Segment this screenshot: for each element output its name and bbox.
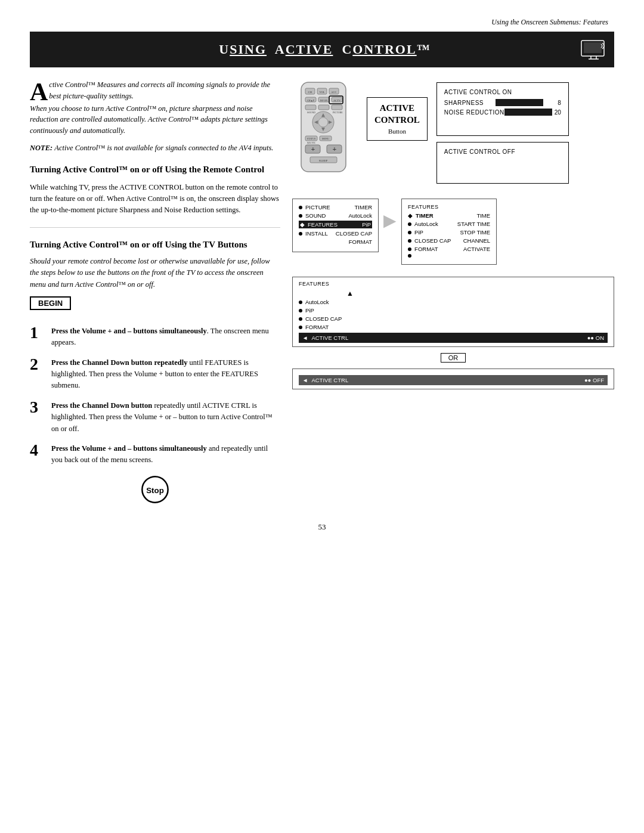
step-2-number: 2 [30, 356, 44, 373]
section1-heading: Turning Active Control™ on or off Using … [30, 163, 280, 176]
svg-text:ACTV: ACTV [333, 99, 341, 102]
features-right-stoptime: STOP TIME [455, 229, 490, 236]
steps-container: 1 Press the Volume + and – buttons simul… [30, 326, 280, 466]
features-right-channel: CHANNEL [459, 237, 490, 244]
step-2-text: Press the Channel Down button repeatedly… [51, 357, 280, 392]
step-3-text: Press the Channel Down button repeatedly… [51, 400, 280, 435]
up-arrow: ▲ [299, 289, 354, 298]
bullet-picture [299, 206, 302, 209]
features-item-extra [408, 254, 490, 258]
menu-label-picture: PICTURE [305, 204, 330, 210]
svg-text:PICTURE: PICTURE [333, 111, 343, 114]
arrow-left-on: ◄ [302, 335, 308, 341]
sub-label-format: FORMAT [305, 324, 329, 330]
or-divider: OR [292, 352, 614, 364]
step-1-number: 1 [30, 324, 44, 341]
step-3: 3 Press the Channel Down button repeated… [30, 400, 280, 435]
section2-heading: Turning Active Control™ on or off Using … [30, 239, 280, 251]
menu-label-features: FEATURES [308, 221, 338, 228]
features-submenu-off-box: ◄ ACTIVE CTRL ●● OFF [292, 368, 614, 389]
noise-label: NOISE REDUCTION [444, 109, 504, 116]
dots-on: ●● ON [587, 335, 604, 341]
section1-body: While watching TV, press the ACTIVE CONT… [30, 182, 280, 216]
menu-right-timer: TIMER [350, 204, 373, 210]
screen-off-status: ACTIVE CONTROL OFF [444, 148, 561, 155]
menu-label-install: INSTALL [305, 230, 328, 237]
svg-rect-1 [584, 42, 602, 53]
active-ctrl-on-bar: ◄ ACTIVE CTRL ●● ON [299, 333, 608, 343]
step-1: 1 Press the Volume + and – buttons simul… [30, 326, 280, 349]
diamond-features: ◆ [300, 221, 305, 228]
features-label-closedcap: CLOSED CAP [414, 237, 451, 244]
sub-bullet-format [299, 326, 302, 329]
features-label-autolock: AutoLock [414, 221, 438, 227]
features-item-autolock: AutoLock START TIME [408, 221, 490, 227]
svg-text:SOUND: SOUND [307, 111, 315, 114]
menu-diagram-section: PICTURE TIMER SOUND AutoLock ◆ FEATURES … [292, 199, 614, 265]
drop-cap-letter: A [30, 82, 48, 103]
active-ctrl-off-label: ACTIVE CTRL [311, 377, 348, 383]
menu-label-sound: SOUND [305, 212, 326, 219]
intro-section: A ctive Control™ Measures and corrects a… [30, 79, 280, 154]
sub-label-autolock: AutoLock [305, 299, 329, 305]
menu-right-pip: PiP [357, 221, 371, 228]
sub-autolock: AutoLock [299, 299, 608, 305]
svg-rect-21 [305, 105, 316, 110]
bullet-format [408, 247, 411, 251]
svg-text:PiP ON: PiP ON [320, 99, 327, 102]
up-arrow-indicator: ▲ [299, 289, 608, 298]
noise-value: 20 [555, 109, 561, 116]
sub-format: FORMAT [299, 324, 608, 330]
page-number: 53 [30, 522, 614, 532]
title-bar: USING ACTIVE CONTROL™ [30, 32, 614, 67]
bullet-install [299, 232, 302, 236]
active-btn-line3: Button [374, 127, 420, 135]
features-item-timer: ◆ TIMER TIME [408, 212, 490, 219]
bullet-closedcap [408, 239, 411, 243]
menu-item-format: FORMAT [299, 239, 372, 245]
step-3-number: 3 [30, 399, 44, 416]
page-container: Using the Onscreen Submenus: Features US… [0, 0, 644, 833]
active-control-btn-area: ACTIVE CONTROL Button [367, 97, 428, 141]
svg-text:+: + [311, 145, 315, 153]
features-item-format: FORMAT ACTIVATE [408, 246, 490, 252]
sharpness-bar [496, 99, 543, 106]
active-btn-line1: ACTIVE [380, 103, 414, 113]
step-4-number: 4 [30, 442, 44, 459]
sharpness-value: 8 [558, 100, 561, 106]
left-column: A ctive Control™ Measures and corrects a… [30, 79, 280, 504]
sub-label-pip: PiP [305, 307, 314, 314]
features-right-activate: ACTIVATE [459, 246, 490, 252]
svg-text:+: + [333, 145, 337, 153]
or-text: OR [441, 353, 466, 363]
arrow-left-off: ◄ [302, 377, 308, 383]
svg-text:STATUS: STATUS [307, 137, 315, 140]
menu-right-autolock: AutoLock [343, 212, 372, 219]
note-text: NOTE: Active Control™ is not available f… [30, 143, 280, 154]
screen-boxes: ACTIVE CONTROL ON SHARPNESS 8 NOISE REDU… [436, 82, 569, 184]
bullet-autolock [408, 222, 411, 226]
sub-label-closedcap: CLOSED CAP [305, 315, 342, 322]
diamond-timer: ◆ [408, 212, 413, 219]
active-btn-line2: CONTROL [374, 115, 420, 125]
section2-intro: Should your remote control become lost o… [30, 256, 280, 290]
svg-text:ACC: ACC [331, 91, 336, 94]
stop-icon: Stop [140, 475, 170, 504]
sub-pip: PiP [299, 307, 608, 314]
svg-text:VOL: VOL [319, 91, 324, 94]
svg-text:CH: CH [308, 91, 312, 94]
sub-bullet-pip [299, 309, 302, 312]
page-header: Using the Onscreen Submenus: Features [30, 18, 614, 27]
sub-bullet-autolock [299, 301, 302, 304]
features-right-starttime: START TIME [453, 221, 490, 227]
features-submenu-on-box: FEATURES ▲ AutoLock PiP CLOSED CAP [292, 277, 614, 347]
active-ctrl-off-bar: ◄ ACTIVE CTRL ●● OFF [299, 375, 608, 385]
features-right-time: TIME [472, 212, 490, 219]
remote-illustration: CH VOL ACC CH▲P PiP ON ACTV [292, 79, 358, 177]
screen-on-box: ACTIVE CONTROL ON SHARPNESS 8 NOISE REDU… [436, 82, 569, 136]
intro-paragraph2: When you choose to turn Active Control™ … [30, 103, 280, 137]
title-icon [578, 38, 608, 61]
menu-item-features: ◆ FEATURES PiP [299, 221, 372, 228]
tv-icon [580, 39, 607, 60]
menu-right-closedcap: CLOSED CAP [331, 230, 372, 237]
